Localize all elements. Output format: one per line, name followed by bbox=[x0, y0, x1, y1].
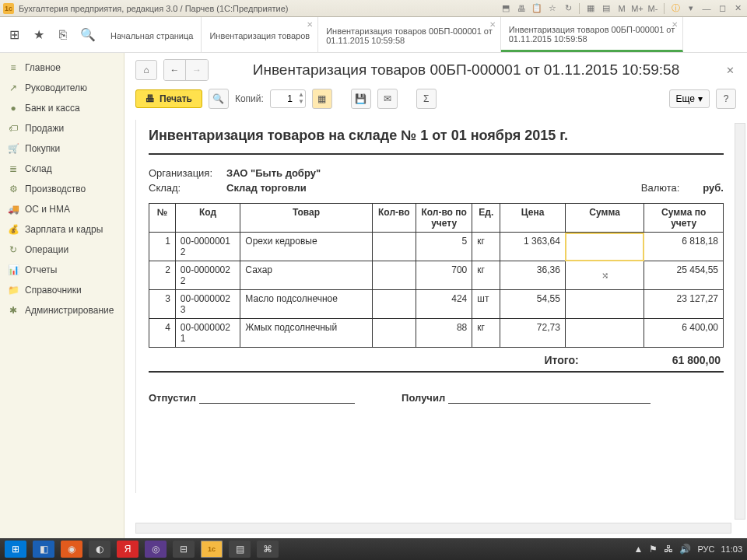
cell[interactable] bbox=[565, 319, 644, 348]
email-button[interactable]: ✉ bbox=[377, 89, 398, 109]
taskbar-app-8[interactable]: ⌘ bbox=[257, 541, 279, 558]
sidebar-item-10[interactable]: 📊Отчеты bbox=[0, 260, 124, 280]
cell[interactable] bbox=[372, 233, 416, 261]
cell[interactable] bbox=[372, 319, 416, 348]
cell[interactable]: 00-00000021 bbox=[175, 319, 240, 348]
cell[interactable]: кг bbox=[472, 233, 500, 261]
cell[interactable]: 00-00000023 bbox=[175, 290, 240, 319]
cell[interactable]: 00-00000012 bbox=[175, 233, 240, 261]
cell[interactable]: 2 bbox=[149, 261, 176, 290]
favorites-icon[interactable]: ★ bbox=[32, 28, 45, 42]
table-row[interactable]: 100-00000012Орехи кедровые5кг1 363,646 8… bbox=[149, 233, 724, 261]
tb-star-icon[interactable]: ☆ bbox=[546, 3, 559, 14]
tb-print-icon[interactable]: 🖶 bbox=[515, 3, 528, 14]
cell[interactable]: 700 bbox=[416, 261, 472, 290]
cell[interactable] bbox=[565, 261, 644, 290]
cell[interactable]: Жмых подсолнечный bbox=[240, 319, 372, 348]
tab-0[interactable]: Начальная страница bbox=[103, 17, 202, 52]
table-row[interactable]: 200-00000022Сахар700кг36,3625 454,55 bbox=[149, 261, 724, 290]
copies-spinner[interactable]: ▲▼ bbox=[298, 91, 304, 105]
sum-button[interactable]: Σ bbox=[416, 89, 437, 109]
tb-calc-icon[interactable]: ▦ bbox=[584, 3, 597, 14]
search-icon[interactable]: 🔍 bbox=[81, 28, 95, 42]
tab-3[interactable]: Инвентаризация товаров 00БП-000001 от01.… bbox=[501, 17, 684, 52]
tb-save-icon[interactable]: ⬒ bbox=[500, 3, 512, 14]
tray-time[interactable]: 11:03 bbox=[721, 544, 742, 554]
cell[interactable]: 00-00000022 bbox=[175, 261, 240, 290]
table-row[interactable]: 400-00000021Жмых подсолнечный88кг72,736 … bbox=[149, 319, 724, 348]
cell[interactable] bbox=[565, 290, 644, 319]
tab-2[interactable]: Инвентаризация товаров 00БП-000001 от01.… bbox=[318, 17, 501, 52]
tb-clip-icon[interactable]: 📋 bbox=[531, 3, 543, 14]
window-minimize-icon[interactable]: — bbox=[700, 3, 713, 14]
help-button[interactable]: ? bbox=[716, 89, 736, 109]
cell[interactable]: Орехи кедровые bbox=[240, 233, 372, 261]
cell[interactable]: кг bbox=[472, 261, 500, 290]
save-file-button[interactable]: 💾 bbox=[351, 89, 371, 109]
sidebar-item-7[interactable]: 🚚ОС и НМА bbox=[0, 199, 124, 219]
cell[interactable]: Масло подсолнечное bbox=[240, 290, 372, 319]
tab-close-icon[interactable]: ✕ bbox=[489, 20, 496, 29]
tb-cal-icon[interactable]: ▤ bbox=[600, 3, 612, 14]
taskbar-app-2[interactable]: ◉ bbox=[61, 541, 82, 558]
cell[interactable]: Сахар bbox=[240, 261, 372, 290]
cell[interactable]: 25 454,55 bbox=[644, 261, 724, 290]
tab-close-icon[interactable]: ✕ bbox=[307, 20, 313, 29]
cell[interactable]: 424 bbox=[416, 290, 472, 319]
sidebar-item-0[interactable]: ≡Главное bbox=[0, 58, 124, 78]
cell[interactable]: 36,36 bbox=[500, 261, 566, 290]
taskbar-app-4[interactable]: Я bbox=[117, 541, 139, 558]
tab-close-icon[interactable]: ✕ bbox=[672, 20, 678, 29]
sidebar-item-1[interactable]: ↗Руководителю bbox=[0, 78, 124, 98]
taskbar-app-1[interactable]: ◧ bbox=[33, 541, 54, 558]
window-close-icon[interactable]: ✕ bbox=[731, 3, 744, 14]
cell[interactable]: 3 bbox=[149, 290, 176, 319]
tray-network-icon[interactable]: 🖧 bbox=[664, 544, 673, 555]
cell[interactable]: 88 bbox=[416, 319, 472, 348]
tb-dropdown-icon[interactable]: ▾ bbox=[685, 3, 697, 14]
taskbar-app-5[interactable]: ◎ bbox=[145, 541, 167, 558]
apps-icon[interactable]: ⊞ bbox=[8, 28, 21, 42]
sidebar-item-2[interactable]: ●Банк и касса bbox=[0, 98, 124, 118]
cell[interactable]: 6 400,00 bbox=[644, 319, 724, 348]
forward-button[interactable]: → bbox=[186, 60, 208, 80]
tb-mminus-button[interactable]: М- bbox=[647, 3, 659, 14]
print-button[interactable]: 🖶Печать bbox=[135, 89, 202, 108]
cell[interactable]: шт bbox=[472, 290, 500, 319]
history-icon[interactable]: ⎘ bbox=[57, 28, 70, 42]
sidebar-item-3[interactable]: 🏷Продажи bbox=[0, 118, 124, 138]
cell[interactable]: 5 bbox=[416, 233, 472, 261]
home-button[interactable]: ⌂ bbox=[135, 60, 157, 80]
horizontal-scrollbar[interactable] bbox=[135, 523, 731, 534]
sidebar-item-4[interactable]: 🛒Покупки bbox=[0, 138, 124, 159]
tray-up-icon[interactable]: ▲ bbox=[634, 544, 644, 555]
tab-1[interactable]: Инвентаризация товаров✕ bbox=[202, 17, 318, 52]
sidebar-item-5[interactable]: ≣Склад bbox=[0, 159, 124, 179]
taskbar-app-3[interactable]: ◐ bbox=[89, 541, 110, 558]
window-maximize-icon[interactable]: ◻ bbox=[716, 3, 728, 14]
cell[interactable]: 23 127,27 bbox=[644, 290, 724, 319]
start-button[interactable]: ⊞ bbox=[5, 541, 26, 558]
cell[interactable]: 72,73 bbox=[500, 319, 566, 348]
vertical-scrollbar[interactable] bbox=[735, 123, 745, 520]
cell[interactable]: 54,55 bbox=[500, 290, 566, 319]
tb-refresh-icon[interactable]: ↻ bbox=[562, 3, 574, 14]
cell[interactable]: 1 bbox=[149, 233, 176, 261]
cell[interactable]: 6 818,18 bbox=[644, 233, 724, 261]
sidebar-item-12[interactable]: ✱Администрирование bbox=[0, 300, 124, 320]
tray-flag-icon[interactable]: ⚑ bbox=[649, 544, 658, 555]
grid-toggle-button[interactable]: ▦ bbox=[312, 89, 332, 109]
tray-volume-icon[interactable]: 🔊 bbox=[679, 544, 691, 555]
tb-info-icon[interactable]: ⓘ bbox=[669, 3, 682, 14]
sidebar-item-11[interactable]: 📁Справочники bbox=[0, 280, 124, 300]
cell[interactable]: 1 363,64 bbox=[500, 233, 566, 261]
cell[interactable] bbox=[372, 290, 416, 319]
sidebar-item-8[interactable]: 💰Зарплата и кадры bbox=[0, 219, 124, 240]
cell[interactable]: 4 bbox=[149, 319, 176, 348]
tb-m-button[interactable]: М bbox=[615, 3, 628, 14]
close-doc-button[interactable]: ✕ bbox=[724, 65, 736, 76]
back-button[interactable]: ← bbox=[164, 60, 186, 80]
taskbar-app-7[interactable]: ▤ bbox=[229, 541, 251, 558]
tray-lang[interactable]: РУС bbox=[697, 544, 714, 554]
cell[interactable] bbox=[372, 261, 416, 290]
